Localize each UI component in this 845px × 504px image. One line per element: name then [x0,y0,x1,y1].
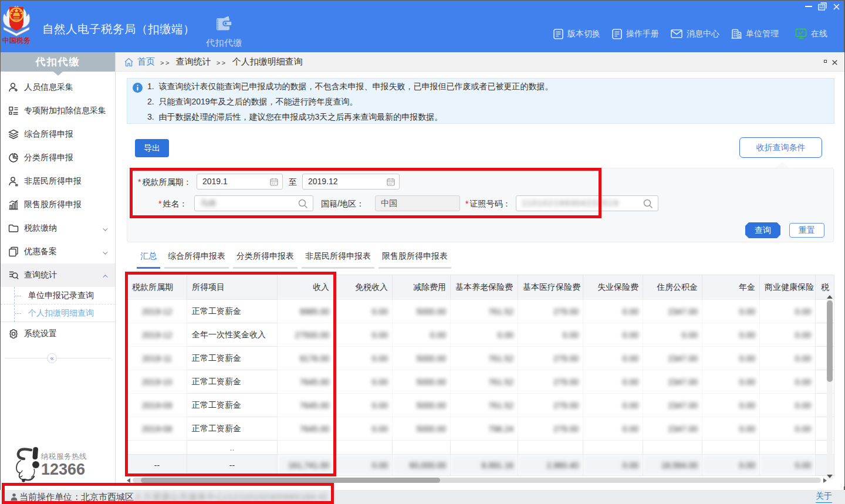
svg-text:中国税务: 中国税务 [2,36,31,45]
